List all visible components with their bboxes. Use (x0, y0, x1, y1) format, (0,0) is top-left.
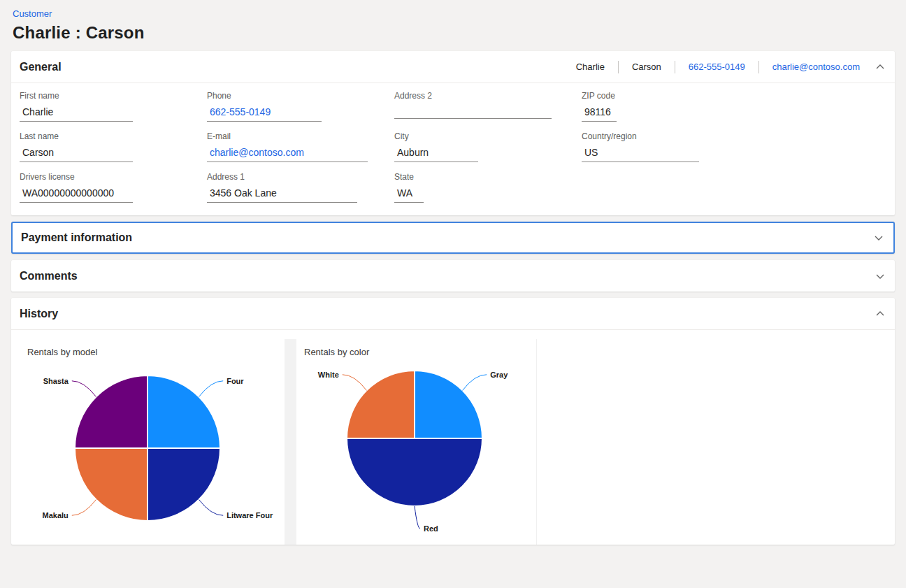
e-mail-input[interactable]: charlie@contoso.com (207, 145, 368, 162)
pie-label-gray: Gray (490, 371, 508, 379)
pie-label-white: White (318, 371, 339, 379)
label-leader-line (415, 506, 420, 529)
general-section: General CharlieCarson662-555-0149charlie… (11, 51, 895, 215)
breadcrumb-customer[interactable]: Customer (13, 8, 52, 19)
summary-divider (618, 61, 619, 73)
phone-input[interactable]: 662-555-0149 (207, 105, 322, 122)
summary-charlie-contoso-com[interactable]: charlie@contoso.com (772, 62, 860, 72)
general-section-header[interactable]: General CharlieCarson662-555-0149charlie… (11, 51, 895, 83)
drivers-license-input[interactable]: WA00000000000000 (20, 186, 133, 203)
label-leader-line (72, 381, 96, 397)
pie-label-four: Four (226, 377, 244, 385)
city-input[interactable]: Auburn (394, 145, 478, 162)
field-label: Last name (20, 131, 207, 141)
chart-tile-rentals-by-model: Rentals by modelFourLitware FourMakaluSh… (20, 339, 285, 545)
comments-section-header[interactable]: Comments (11, 260, 895, 292)
chart-title: Rentals by color (296, 339, 536, 359)
address-1-input[interactable]: 3456 Oak Lane (207, 186, 357, 203)
chart-tile-rentals-by-color: Rentals by colorGrayRedWhite (296, 339, 537, 545)
field-label: Address 2 (394, 91, 582, 101)
field-city: CityAuburn (394, 131, 582, 162)
field-label: ZIP code (582, 91, 769, 101)
chevron-down-icon[interactable] (875, 271, 885, 281)
general-section-title: General (20, 61, 62, 73)
state-input[interactable]: WA (394, 186, 424, 203)
field-state: StateWA (394, 172, 582, 203)
field-zip-code: ZIP code98116 (582, 91, 769, 122)
section-divider (11, 329, 895, 330)
field-phone: Phone662-555-0149 (207, 91, 394, 122)
general-fields-grid: First nameCharlieLast nameCarsonDrivers … (11, 83, 895, 215)
pie-label-litware-four: Litware Four (226, 511, 273, 519)
field-e-mail: E-mailcharlie@contoso.com (207, 131, 394, 162)
comments-section-title: Comments (20, 270, 78, 282)
label-leader-line (199, 500, 224, 516)
summary-divider (675, 61, 675, 73)
summary-662-555-0149[interactable]: 662-555-0149 (689, 62, 745, 72)
payment-information-section: Payment information (11, 222, 895, 254)
history-charts: Rentals by modelFourLitware FourMakaluSh… (20, 339, 537, 545)
field-label: E-mail (207, 131, 394, 141)
first-name-input[interactable]: Charlie (20, 105, 133, 122)
pie-chart-rentals-by-model: FourLitware FourMakaluShasta (20, 359, 285, 542)
payment-section-header[interactable]: Payment information (13, 223, 893, 252)
summary-charlie: Charlie (576, 62, 605, 72)
pie-label-shasta: Shasta (43, 377, 69, 385)
history-section-title: History (20, 308, 58, 320)
summary-carson: Carson (632, 62, 661, 72)
field-address-2: Address 2 (394, 91, 582, 122)
chart-title: Rentals by model (20, 339, 285, 359)
field-drivers-license: Drivers licenseWA00000000000000 (20, 172, 207, 203)
history-section-header[interactable]: History (11, 298, 895, 329)
chevron-down-icon[interactable] (874, 233, 884, 243)
label-leader-line (463, 375, 487, 391)
field-label: City (394, 131, 582, 141)
field-country-region: Country/regionUS (582, 131, 769, 162)
label-leader-line (343, 375, 367, 391)
field-label: Drivers license (20, 172, 207, 182)
field-last-name: Last nameCarson (20, 131, 207, 162)
chevron-up-icon[interactable] (875, 309, 885, 319)
last-name-input[interactable]: Carson (20, 145, 133, 162)
general-summary: CharlieCarson662-555-0149charlie@contoso… (576, 61, 860, 73)
label-leader-line (199, 381, 224, 397)
page-title: Charlie : Carson (13, 23, 893, 43)
comments-section: Comments (11, 260, 895, 292)
label-leader-line (72, 500, 96, 516)
field-address-1: Address 13456 Oak Lane (207, 172, 394, 203)
field-label: Address 1 (207, 172, 394, 182)
field-label: Phone (207, 91, 394, 101)
field-label: Country/region (582, 131, 769, 141)
pie-label-red: Red (424, 524, 438, 533)
pie-label-makalu: Makalu (43, 511, 69, 519)
zip-code-input[interactable]: 98116 (582, 105, 617, 122)
pie-chart-rentals-by-color: GrayRedWhite (296, 359, 536, 542)
chevron-up-icon[interactable] (875, 62, 885, 72)
page-header: Customer Charlie : Carson (0, 0, 906, 51)
field-label: First name (20, 91, 207, 101)
field-label: State (394, 172, 582, 182)
pie-slice-red[interactable] (347, 438, 482, 506)
country-region-input[interactable]: US (582, 145, 699, 162)
address-2-input[interactable] (394, 105, 552, 119)
field-first-name: First nameCharlie (20, 91, 207, 122)
summary-divider (758, 61, 759, 73)
payment-section-title: Payment information (21, 231, 132, 244)
history-section: History Rentals by modelFourLitware Four… (11, 298, 895, 545)
